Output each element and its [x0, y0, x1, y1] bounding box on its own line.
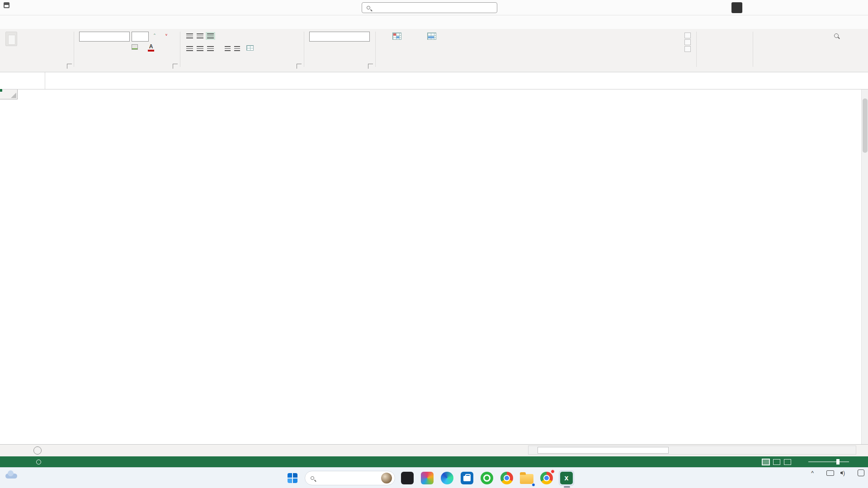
find-select-button[interactable] [824, 33, 849, 39]
normal-view-icon[interactable] [762, 459, 769, 465]
tab-scroll-right-icon[interactable] [10, 445, 20, 456]
formula-bar [0, 72, 868, 89]
font-color-button[interactable]: A [148, 44, 156, 52]
search-icon [367, 6, 370, 9]
save-icon [4, 2, 9, 8]
taskbar-app-dark[interactable] [400, 470, 415, 486]
font-color-icon: A [148, 44, 154, 52]
selected-cell-K6[interactable] [0, 89, 2, 91]
indent-group [225, 46, 240, 51]
tab-scroll-left-icon[interactable] [0, 445, 10, 456]
vertical-scroll-thumb[interactable] [863, 99, 868, 153]
taskbar-search-icon [311, 476, 314, 480]
system-tray: ^ ) [811, 469, 864, 476]
gallery-scroll-up[interactable] [684, 33, 691, 38]
alignment-dialog-launcher[interactable] [297, 64, 302, 69]
fill-color-button[interactable] [132, 44, 139, 50]
folder-icon [520, 474, 533, 484]
worksheet-grid [0, 89, 861, 444]
chrome-beta-icon [540, 472, 553, 484]
horizontal-align-group [186, 46, 214, 51]
taskbar-app-explorer[interactable] [519, 470, 534, 486]
vertical-scrollbar[interactable] [861, 89, 868, 444]
conditional-formatting-button[interactable] [380, 33, 414, 41]
zoom-slider[interactable] [808, 461, 849, 462]
increase-indent-icon[interactable] [234, 46, 240, 51]
align-center-icon[interactable] [197, 46, 203, 51]
new-sheet-button[interactable] [33, 446, 42, 455]
quick-access-toolbar [4, 2, 24, 8]
notification-center-icon[interactable] [858, 469, 864, 476]
close-button[interactable] [848, 0, 868, 15]
font-family-combo[interactable] [79, 32, 130, 42]
taskbar-app-whatsapp[interactable] [479, 470, 495, 486]
number-format-combo[interactable] [309, 32, 370, 42]
page-layout-view-icon[interactable] [773, 459, 780, 465]
tab-overflow[interactable] [20, 445, 30, 456]
taskbar-app-edge[interactable] [439, 470, 455, 486]
taskbar: x ^ ) [0, 467, 868, 488]
fill-color-icon [132, 44, 138, 50]
badge-icon [551, 469, 555, 474]
vertical-align-group [186, 33, 214, 38]
edge-icon [441, 472, 453, 484]
font-dialog-launcher[interactable] [173, 64, 178, 69]
save-button[interactable] [4, 2, 9, 8]
decrease-indent-icon[interactable] [225, 46, 231, 51]
sign-in-button[interactable] [731, 2, 742, 13]
page-break-view-icon[interactable] [784, 459, 791, 465]
maximize-button[interactable] [828, 0, 848, 15]
shrink-font-button[interactable]: v [164, 33, 167, 37]
taskbar-app-photos[interactable] [420, 470, 435, 486]
speaker-icon[interactable]: ) [840, 470, 845, 476]
number-dialog-launcher[interactable] [368, 64, 373, 69]
grow-font-button[interactable]: ^ [152, 33, 156, 37]
windows-icon [288, 473, 297, 483]
taskbar-search[interactable] [305, 471, 395, 485]
cloud-icon [5, 474, 17, 479]
align-right-icon[interactable] [207, 46, 214, 51]
taskbar-app-store[interactable] [459, 470, 475, 486]
taskbar-center: x [285, 470, 574, 486]
clipboard-dialog-launcher[interactable] [67, 64, 72, 69]
find-icon [834, 33, 839, 38]
paste-button[interactable] [5, 32, 17, 49]
merge-center-button[interactable] [246, 45, 256, 51]
horizontal-scroll-thumb[interactable] [538, 447, 669, 454]
chrome-icon [500, 472, 513, 484]
font-size-combo[interactable] [132, 32, 149, 42]
horizontal-scrollbar[interactable] [528, 446, 856, 455]
taskbar-app-excel[interactable]: x [559, 470, 574, 486]
status-bar [0, 456, 868, 467]
title-search-box[interactable] [362, 2, 497, 13]
align-left-icon[interactable] [186, 46, 193, 51]
gallery-scroll-down[interactable] [684, 39, 691, 45]
zoom-slider-thumb[interactable] [836, 459, 840, 465]
taskbar-app-chrome-beta[interactable] [539, 470, 554, 486]
hidden-icons-chevron[interactable]: ^ [811, 470, 814, 476]
gallery-more-button[interactable] [684, 46, 691, 52]
taskbar-app-chrome[interactable] [499, 470, 514, 486]
start-button[interactable] [285, 470, 300, 486]
align-top-icon[interactable] [186, 33, 193, 38]
title-bar [0, 0, 868, 15]
formula-input[interactable] [81, 72, 859, 89]
format-as-table-button[interactable] [416, 33, 448, 41]
dark-app-icon [401, 472, 414, 484]
ribbon-tab-bar [0, 15, 868, 29]
minimize-button[interactable] [808, 0, 828, 15]
accessibility-status[interactable] [36, 460, 43, 465]
align-bottom-icon[interactable] [207, 33, 214, 38]
merge-center-icon [246, 45, 254, 51]
paste-icon [5, 32, 17, 46]
name-box[interactable] [0, 72, 45, 89]
scroll-down-arrow[interactable] [862, 437, 868, 444]
align-middle-icon[interactable] [197, 33, 203, 38]
ribbon: ^ v A [0, 29, 868, 72]
excel-icon: x [560, 472, 573, 484]
scroll-up-arrow[interactable] [862, 89, 868, 97]
gridlines [18, 99, 861, 444]
photos-icon [421, 472, 434, 484]
weather-widget[interactable] [5, 470, 21, 479]
tablet-icon[interactable] [826, 470, 834, 476]
